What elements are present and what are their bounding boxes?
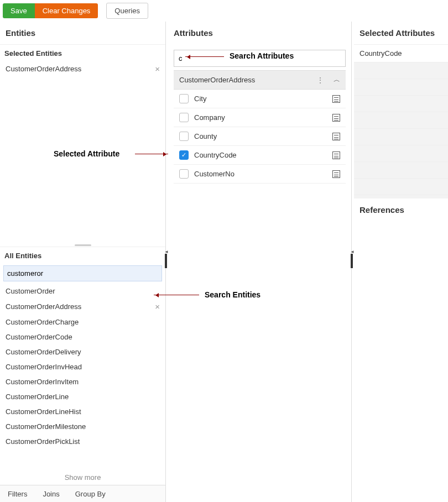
entity-item[interactable]: CustomerOrderCode <box>0 330 165 344</box>
entity-item-name: CustomerOrderMilestone <box>6 422 86 431</box>
attributes-title: Attributes <box>168 22 351 44</box>
attribute-name: County <box>194 132 217 140</box>
entity-item[interactable]: CustomerOrderInvItem <box>0 374 165 389</box>
attribute-group-header[interactable]: CustomerOrderAddress ⋮ ︿ <box>174 70 346 90</box>
details-icon[interactable] <box>332 95 340 103</box>
selected-attribute-row-empty <box>354 112 448 129</box>
details-icon[interactable] <box>332 170 340 178</box>
selected-entity-name: CustomerOrderAddress <box>6 65 81 73</box>
selected-attribute-row-empty <box>354 179 448 195</box>
details-icon[interactable] <box>332 151 340 159</box>
entity-item[interactable]: CustomerOrderPickList <box>0 434 165 449</box>
queries-button[interactable]: Queries <box>106 3 148 19</box>
entity-item-name: CustomerOrderAddress <box>6 302 81 311</box>
tab-groupby[interactable]: Group By <box>67 485 113 502</box>
vertical-splitter-1[interactable]: ◄ <box>166 22 168 502</box>
entity-item-name: CustomerOrder <box>6 287 55 295</box>
entity-item[interactable]: CustomerOrderCharge <box>0 315 165 330</box>
attribute-row[interactable]: CustomerNo <box>174 165 346 184</box>
kebab-icon[interactable]: ⋮ <box>316 76 325 85</box>
entity-item[interactable]: CustomerOrderAddress× <box>0 299 165 315</box>
selected-attribute-row-empty <box>354 96 448 112</box>
show-more-link[interactable]: Show more <box>0 470 165 485</box>
entity-list[interactable]: CustomerOrderCustomerOrderAddress×Custom… <box>0 284 165 470</box>
entities-title: Entities <box>0 22 165 44</box>
details-icon[interactable] <box>332 114 340 122</box>
attribute-name: CountryCode <box>194 151 237 159</box>
attribute-row[interactable]: ✓CountryCode <box>174 146 346 165</box>
attribute-name: CustomerNo <box>194 170 235 178</box>
search-entities-input[interactable] <box>3 265 162 281</box>
entity-item-name: CustomerOrderCode <box>6 333 72 341</box>
attribute-row[interactable]: Company <box>174 108 346 127</box>
bottom-tabs: Filters Joins Group By <box>0 485 165 502</box>
attribute-name: Company <box>194 113 225 122</box>
entity-item-name: CustomerOrderLine <box>6 393 69 401</box>
save-button[interactable]: Save <box>3 3 35 18</box>
attribute-checkbox[interactable] <box>179 94 189 103</box>
remove-entity-icon[interactable]: × <box>155 64 160 74</box>
selected-attribute-row[interactable]: CountryCode <box>354 45 448 62</box>
tab-joins[interactable]: Joins <box>35 485 67 502</box>
entity-item-name: CustomerOrderDelivery <box>6 348 81 356</box>
details-icon[interactable] <box>332 133 340 140</box>
selected-attribute-row-empty <box>354 162 448 179</box>
attribute-row[interactable]: City <box>174 90 346 108</box>
attribute-checkbox[interactable] <box>179 132 189 141</box>
entity-item[interactable]: CustomerOrderLine <box>0 389 165 404</box>
entity-item-name: CustomerOrderPickList <box>6 437 80 446</box>
entity-item-name: CustomerOrderInvItem <box>6 378 79 386</box>
chevron-up-icon[interactable]: ︿ <box>334 75 340 85</box>
selected-attribute-row-empty <box>354 145 448 162</box>
clear-changes-button[interactable]: Clear Changes <box>35 3 98 18</box>
selected-attributes-title: Selected Attributes <box>354 22 448 44</box>
attribute-row[interactable]: County <box>174 127 346 146</box>
selected-attribute-row-empty <box>354 62 448 79</box>
entity-item-name: CustomerOrderInvHead <box>6 363 82 371</box>
all-entities-label: All Entities <box>0 247 165 263</box>
attribute-group-name: CustomerOrderAddress <box>179 76 255 84</box>
selected-entity-row[interactable]: CustomerOrderAddress × <box>0 61 165 77</box>
attribute-checkbox[interactable] <box>179 113 189 122</box>
attribute-checkbox[interactable]: ✓ <box>179 150 189 160</box>
remove-entity-icon[interactable]: × <box>155 302 160 311</box>
selected-attribute-row-empty <box>354 129 448 145</box>
entity-item-name: CustomerOrderCharge <box>6 318 79 326</box>
references-title: References <box>354 195 448 221</box>
vertical-splitter-2[interactable]: ◄ <box>352 22 354 502</box>
entity-item[interactable]: CustomerOrderLineHist <box>0 404 165 419</box>
entity-item[interactable]: CustomerOrderDelivery <box>0 344 165 359</box>
attribute-name: City <box>194 95 206 103</box>
tab-filters[interactable]: Filters <box>0 485 35 502</box>
entity-item-name: CustomerOrderLineHist <box>6 407 81 416</box>
selected-attribute-row-empty <box>354 79 448 96</box>
selected-entities-label: Selected Entities <box>0 44 165 61</box>
search-attributes-input[interactable] <box>174 50 346 67</box>
entity-item[interactable]: CustomerOrderMilestone <box>0 419 165 434</box>
attribute-checkbox[interactable] <box>179 169 189 179</box>
entity-item[interactable]: CustomerOrder <box>0 284 165 299</box>
entity-item[interactable]: CustomerOrderInvHead <box>0 359 165 374</box>
